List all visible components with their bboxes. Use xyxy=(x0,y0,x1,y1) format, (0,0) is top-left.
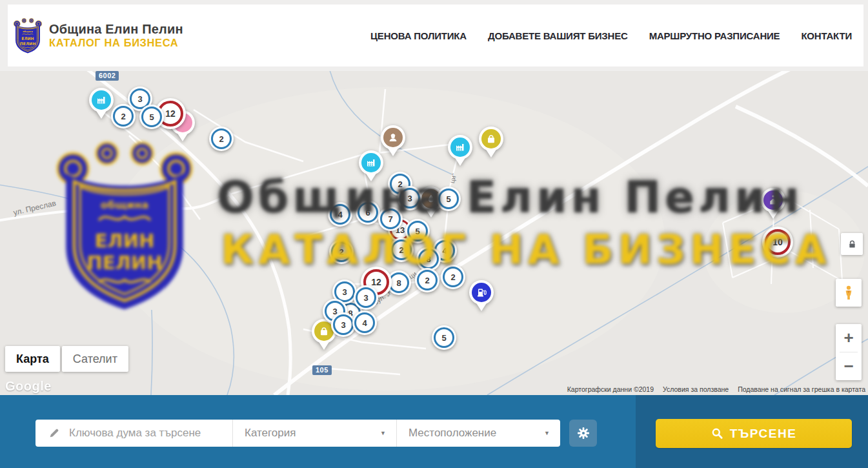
attribution-copyright: Картографски данни ©2019 xyxy=(567,385,654,393)
svg-text:ЕЛИН: ЕЛИН xyxy=(21,36,34,41)
chevron-down-icon: ▼ xyxy=(380,430,386,436)
map-cluster-marker[interactable]: 6 xyxy=(356,200,380,225)
map-cluster-marker[interactable]: 2 xyxy=(389,238,414,262)
keyword-search-input[interactable] xyxy=(60,427,232,440)
svg-text:ПЕЛИН: ПЕЛИН xyxy=(20,41,35,45)
map-type-satellite-button[interactable]: Сателит xyxy=(62,346,128,372)
map-cluster-marker[interactable]: 5 xyxy=(139,105,164,129)
advanced-search-button[interactable] xyxy=(569,420,597,447)
map-cluster-marker[interactable]: 2 xyxy=(209,127,234,151)
pencil-icon xyxy=(48,427,60,439)
nav-pricing[interactable]: ЦЕНОВА ПОЛИТИКА xyxy=(370,30,467,41)
map-cluster-marker[interactable]: 2 xyxy=(329,239,354,264)
map-cluster-marker[interactable]: 7 xyxy=(378,207,403,231)
category-select-value: Категория xyxy=(245,427,296,440)
header: община ЕЛИН ПЕЛИН Община Елин Пелин КАТА… xyxy=(8,5,863,66)
map-cluster-marker[interactable]: 4 xyxy=(352,310,377,335)
map-type-map-button[interactable]: Карта xyxy=(5,346,60,372)
map-pin-church[interactable] xyxy=(761,188,785,220)
map-cluster-marker[interactable]: 10 xyxy=(762,227,793,258)
map-pin-factory[interactable] xyxy=(89,88,114,120)
map-cluster-marker[interactable]: 5 xyxy=(432,325,456,350)
map-type-control: Карта Сателит xyxy=(5,346,128,372)
location-select[interactable]: Местоположение ▼ xyxy=(397,420,560,447)
municipality-emblem-icon: община ЕЛИН ПЕЛИН xyxy=(13,17,43,54)
page: община ЕЛИН ПЕЛИН Община Елин Пелин КАТА… xyxy=(0,0,868,468)
attribution-report-link[interactable]: Подаване на сигнал за грешка в картата xyxy=(738,385,865,393)
search-button[interactable]: ТЪРСЕНЕ xyxy=(656,419,852,448)
map-canvas[interactable]: ул. Преславбул. „Новоселцици“ 6002105 32… xyxy=(0,71,868,395)
gear-icon xyxy=(577,427,590,440)
map-attribution: Картографски данни ©2019 Условия за полз… xyxy=(567,385,865,393)
search-button-label: ТЪРСЕНЕ xyxy=(730,427,797,441)
keyword-section xyxy=(35,420,232,447)
location-select-value: Местоположение xyxy=(409,427,496,440)
map-pin-factory[interactable] xyxy=(448,135,472,167)
brand[interactable]: община ЕЛИН ПЕЛИН Община Елин Пелин КАТА… xyxy=(13,17,183,54)
map-cluster-marker[interactable]: 4 xyxy=(328,202,352,227)
search-icon xyxy=(711,427,723,440)
map-cluster-marker[interactable]: 5 xyxy=(436,187,461,211)
attribution-terms-link[interactable]: Условия за ползване xyxy=(663,385,729,393)
nav-add-business[interactable]: ДОБАВЕТЕ ВАШИЯТ БИЗНЕС xyxy=(488,30,628,41)
map-cluster-marker[interactable]: 2 xyxy=(441,265,465,289)
zoom-out-button[interactable]: − xyxy=(836,352,862,380)
map-cluster-marker[interactable]: 2 xyxy=(415,268,439,292)
lock-icon xyxy=(847,239,857,249)
pegman-icon xyxy=(842,285,856,301)
map-pin-factory[interactable] xyxy=(359,150,383,183)
main-nav: ЦЕНОВА ПОЛИТИКА ДОБАВЕТЕ ВАШИЯТ БИЗНЕС М… xyxy=(370,5,852,66)
search-bar: ТЪРСЕНЕ Категория ▼ Местоположение ▼ xyxy=(0,395,868,468)
street-view-pegman[interactable] xyxy=(836,279,862,307)
brand-title: Община Елин Пелин xyxy=(49,22,183,37)
map-cluster-marker[interactable]: 3 xyxy=(398,186,422,210)
search-bar-right-panel: ТЪРСЕНЕ xyxy=(636,395,868,468)
map-pin-fuel[interactable] xyxy=(469,280,494,312)
map-pin-worker[interactable] xyxy=(381,125,405,158)
svg-text:община: община xyxy=(23,30,33,32)
zoom-in-button[interactable]: + xyxy=(836,324,862,352)
nav-contacts[interactable]: КОНТАКТИ xyxy=(801,30,852,41)
nav-route-schedule[interactable]: МАРШРУТНО РАЗПИСАНИЕ xyxy=(649,30,780,41)
map-pin-bag[interactable] xyxy=(479,127,503,159)
chevron-down-icon: ▼ xyxy=(544,430,550,436)
map-cluster-marker[interactable]: 2 xyxy=(111,104,136,128)
zoom-control: + − xyxy=(836,324,862,380)
map-markers-layer: 321252253461375224822812833334510 xyxy=(0,71,868,395)
brand-subtitle: КАТАЛОГ НА БИЗНЕСА xyxy=(49,37,183,49)
search-fields: Категория ▼ Местоположение ▼ xyxy=(35,420,560,447)
map-cluster-marker[interactable]: 3 xyxy=(354,285,378,310)
lock-control[interactable] xyxy=(841,233,863,255)
category-select[interactable]: Категория ▼ xyxy=(233,420,396,447)
google-logo[interactable]: Google xyxy=(5,379,52,394)
